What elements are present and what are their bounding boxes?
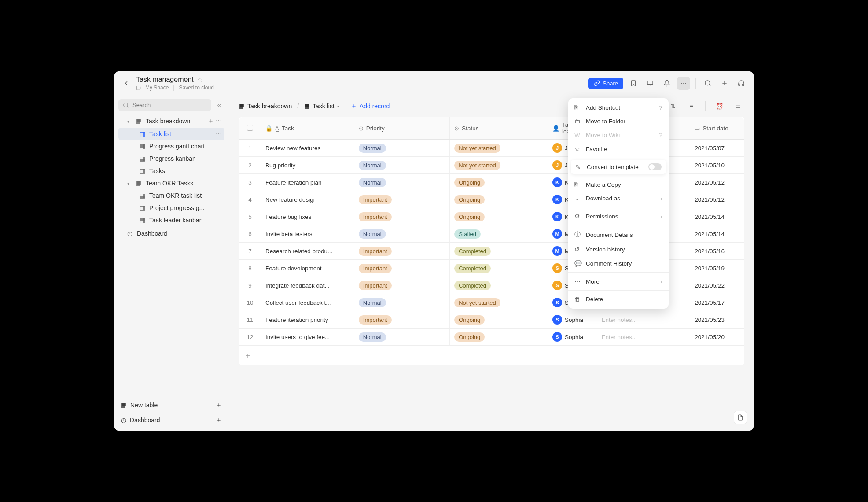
date-cell[interactable]: 2021/05/14: [690, 225, 744, 243]
table-row[interactable]: 11 Feature iteration priority Important …: [239, 311, 744, 329]
date-cell[interactable]: 2021/05/16: [690, 243, 744, 260]
template-toggle[interactable]: [648, 163, 662, 170]
status-cell[interactable]: Ongoing: [450, 174, 548, 191]
priority-cell[interactable]: Normal: [354, 140, 449, 157]
search-input[interactable]: [132, 102, 207, 108]
menu-doc-details[interactable]: ⓘDocument Details: [568, 227, 669, 242]
dots-icon[interactable]: ⋯: [216, 117, 222, 125]
priority-cell[interactable]: Important: [354, 208, 449, 225]
card-icon[interactable]: ▭: [731, 100, 744, 113]
date-cell[interactable]: 2021/05/17: [690, 294, 744, 311]
date-cell[interactable]: 2021/05/07: [690, 140, 744, 157]
priority-cell[interactable]: Important: [354, 277, 449, 294]
status-cell[interactable]: Ongoing: [450, 208, 548, 225]
status-cell[interactable]: Stalled: [450, 225, 548, 243]
back-button[interactable]: [120, 77, 132, 89]
menu-favorite[interactable]: ☆Favorite: [568, 142, 669, 156]
search-input-wrap[interactable]: [118, 99, 211, 111]
date-cell[interactable]: 2021/05/20: [690, 329, 744, 346]
task-cell[interactable]: New feature design: [261, 191, 354, 208]
notes-cell[interactable]: Enter notes...: [597, 329, 690, 346]
reminder-icon[interactable]: ⏰: [713, 100, 726, 113]
share-button[interactable]: Share: [588, 78, 623, 89]
sidebar-group[interactable]: ▾▦Task breakdown＋⋯: [118, 114, 224, 128]
menu-make-copy[interactable]: ⎘Make a Copy: [568, 178, 669, 192]
sidebar-item[interactable]: ▦Task leader kanban: [118, 214, 224, 226]
search-icon[interactable]: [701, 77, 714, 90]
breadcrumb-space[interactable]: My Space: [145, 85, 169, 91]
priority-cell[interactable]: Important: [354, 260, 449, 277]
priority-cell[interactable]: Normal: [354, 174, 449, 191]
status-cell[interactable]: Not yet started: [450, 140, 548, 157]
task-cell[interactable]: Invite users to give fee...: [261, 329, 354, 346]
task-cell[interactable]: Feature bug fixes: [261, 208, 354, 225]
task-cell[interactable]: Bug priority: [261, 157, 354, 174]
sidebar-item[interactable]: ▦Task list⋯: [118, 128, 224, 140]
sidebar-item[interactable]: ▦Progress kanban: [118, 152, 224, 165]
row-height-icon[interactable]: ≡: [685, 100, 698, 113]
status-cell[interactable]: Ongoing: [450, 329, 548, 346]
notes-cell[interactable]: Enter notes...: [597, 311, 690, 329]
plus-icon[interactable]: ＋: [208, 117, 214, 125]
sidebar-item[interactable]: ▦Progress gantt chart: [118, 140, 224, 152]
menu-move-folder[interactable]: 🗀Move to Folder: [568, 114, 669, 128]
status-cell[interactable]: Ongoing: [450, 191, 548, 208]
status-cell[interactable]: Ongoing: [450, 311, 548, 329]
status-cell[interactable]: Completed: [450, 260, 548, 277]
add-row[interactable]: ＋: [239, 346, 744, 365]
task-cell[interactable]: Integrate feedback dat...: [261, 277, 354, 294]
select-all-checkbox[interactable]: [247, 125, 253, 131]
date-cell[interactable]: 2021/05/12: [690, 174, 744, 191]
menu-permissions[interactable]: ⚙Permissions›: [568, 209, 669, 223]
sidebar-item[interactable]: ▦Project progress g...: [118, 202, 224, 214]
bell-icon[interactable]: [660, 77, 673, 90]
date-cell[interactable]: 2021/05/23: [690, 311, 744, 329]
sidebar-item[interactable]: ▦Team OKR task list: [118, 189, 224, 202]
menu-more[interactable]: ⋯More›: [568, 274, 669, 288]
menu-version-history[interactable]: ↺Version history: [568, 242, 669, 256]
dots-icon[interactable]: ⋯: [216, 130, 222, 137]
task-cell[interactable]: Review new features: [261, 140, 354, 157]
crumb-table[interactable]: ▦ Task breakdown: [239, 103, 292, 110]
priority-cell[interactable]: Normal: [354, 157, 449, 174]
status-cell[interactable]: Not yet started: [450, 294, 548, 311]
leader-cell[interactable]: SSophia: [548, 329, 597, 346]
crumb-view[interactable]: ▦ Task list ▾: [304, 103, 339, 110]
status-cell[interactable]: Not yet started: [450, 157, 548, 174]
date-cell[interactable]: 2021/05/22: [690, 277, 744, 294]
task-cell[interactable]: Research related produ...: [261, 243, 354, 260]
priority-cell[interactable]: Normal: [354, 329, 449, 346]
task-cell[interactable]: Feature development: [261, 260, 354, 277]
menu-comment-history[interactable]: 💬Comment History: [568, 256, 669, 270]
status-cell[interactable]: Completed: [450, 243, 548, 260]
present-icon[interactable]: [644, 77, 657, 90]
task-cell[interactable]: Feature iteration priority: [261, 311, 354, 329]
task-cell[interactable]: Feature iteration plan: [261, 174, 354, 191]
more-icon[interactable]: [677, 77, 690, 90]
leader-cell[interactable]: SSophia: [548, 311, 597, 329]
collapse-sidebar-icon[interactable]: «: [214, 100, 224, 111]
dashboard-button[interactable]: ◷Dashboard ＋: [118, 413, 224, 428]
menu-delete[interactable]: 🗑Delete: [568, 292, 669, 306]
sidebar-item[interactable]: ▦Tasks: [118, 165, 224, 177]
task-cell[interactable]: Invite beta testers: [261, 225, 354, 243]
status-cell[interactable]: Completed: [450, 277, 548, 294]
priority-cell[interactable]: Important: [354, 243, 449, 260]
date-cell[interactable]: 2021/05/14: [690, 208, 744, 225]
sidebar-group[interactable]: ▾▦Team OKR Tasks: [118, 177, 224, 189]
menu-convert-template[interactable]: ✎Convert to template: [571, 160, 666, 174]
date-cell[interactable]: 2021/05/19: [690, 260, 744, 277]
headphone-icon[interactable]: [735, 77, 748, 90]
date-cell[interactable]: 2021/05/12: [690, 191, 744, 208]
table-row[interactable]: 12 Invite users to give fee... Normal On…: [239, 329, 744, 346]
priority-cell[interactable]: Normal: [354, 225, 449, 243]
sidebar-dashboard[interactable]: ◷ Dashboard: [118, 227, 224, 240]
priority-cell[interactable]: Normal: [354, 294, 449, 311]
menu-add-shortcut[interactable]: ⎘Add Shortcut?: [568, 101, 669, 114]
plus-icon[interactable]: [718, 77, 731, 90]
add-record-button[interactable]: ＋Add record: [351, 102, 390, 110]
task-cell[interactable]: Collect user feedback t...: [261, 294, 354, 311]
star-icon[interactable]: ☆: [197, 76, 203, 83]
bookmark-icon[interactable]: [627, 77, 640, 90]
menu-download[interactable]: ⭳Download as›: [568, 192, 669, 205]
